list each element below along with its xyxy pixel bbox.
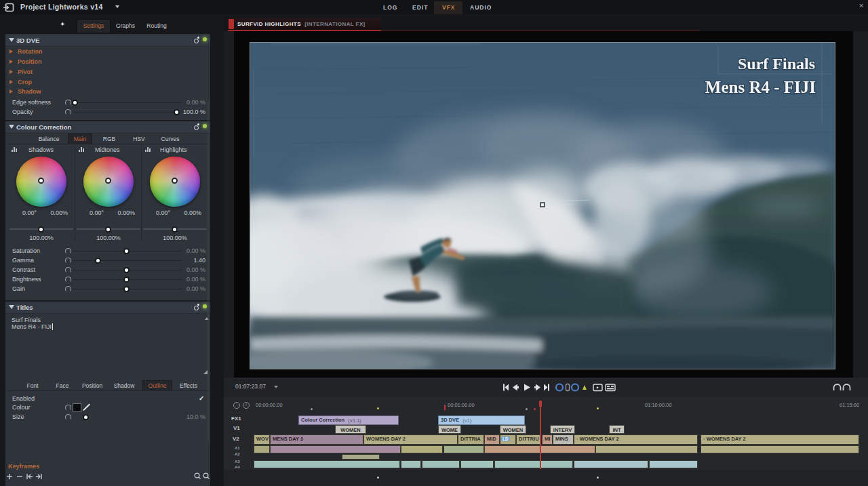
svg-text:Surf Finals: Surf Finals [738, 55, 815, 73]
svg-text:Mens R4 - FIJI: Mens R4 - FIJI [705, 78, 816, 96]
